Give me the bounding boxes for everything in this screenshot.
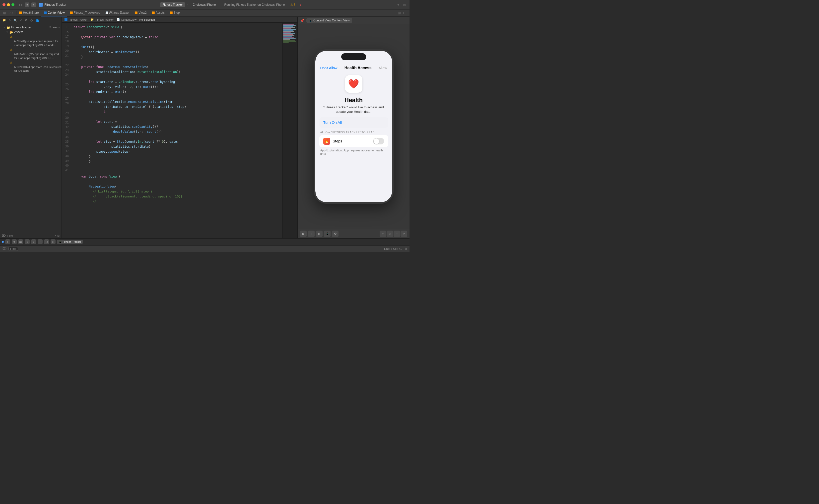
filter-clear-icon[interactable]: ✕ (54, 234, 56, 237)
tab-step[interactable]: 🟧 Step (167, 9, 182, 16)
filter-input-status[interactable]: Filter (8, 247, 18, 251)
error-count[interactable]: 1 (298, 2, 303, 7)
project-label: Fitness Tracker (39, 3, 67, 7)
play-button[interactable]: ▶ (31, 2, 36, 7)
secondary-tab-bar: ⊞ ‹ › 🟧 HealthStore 🟦 ContentView 🟧 Fitn… (0, 9, 409, 17)
settings-icon[interactable]: ⚙ (24, 18, 28, 23)
project-folder-icon: 📁 (6, 26, 10, 29)
tab-assets[interactable]: 🟧 Assets (149, 9, 167, 16)
bottom-restart-btn[interactable]: ↺ (12, 239, 17, 244)
sidebar-tree: ▼ 📁 Fitness Tracker 3 issues ▼ 📂 Assets … (0, 24, 62, 233)
sim-grid-btn[interactable]: ⊞ (316, 231, 323, 237)
maximize-button[interactable] (11, 3, 14, 6)
bottom-mem-btn[interactable]: ⬠ (51, 239, 56, 244)
tab-fitnesstracker[interactable]: 📄 Fitness Tracker (103, 9, 132, 16)
contentview-icon: 🟦 (44, 11, 47, 14)
status-bar: ⌦ Filter Line: 5 Col: 41 ⊟ (0, 245, 409, 252)
bottom-step-in-btn[interactable]: ↓ (31, 239, 36, 244)
bottom-debug-btn[interactable]: ⬡ (44, 239, 49, 244)
assets-folder-icon: 📂 (9, 31, 13, 34)
breadcrumb-icon: 🟦 (64, 18, 68, 21)
simulator-panel: 📌 📱 Content View Content View Don't Allo… (297, 17, 409, 238)
warning-item-2[interactable]: ⚠ (7, 48, 62, 52)
code-content[interactable]: struct ContentView: View { @State privat… (71, 23, 282, 238)
scheme-tab-iphone[interactable]: Chelsea's iPhone (190, 2, 218, 7)
bottom-step-out-btn[interactable]: ↑ (38, 239, 43, 244)
sim-content: Don't Allow Health Access Allow ❤️ Healt… (298, 24, 409, 229)
layout-icon[interactable]: ⊞ (403, 2, 407, 7)
warning-item-3[interactable]: ⚠ (7, 61, 62, 65)
zoom-reset-btn[interactable]: ↩ (401, 231, 407, 237)
bottom-tab-fitness[interactable]: 📱 Fitness Tracker (57, 240, 83, 244)
split-left-icon[interactable]: ⊣ (392, 11, 396, 15)
bottom-step-over-btn[interactable]: ⤵ (25, 239, 30, 244)
step-icon: 🟧 (170, 11, 173, 14)
filter-input[interactable] (7, 234, 53, 237)
zoom-out-btn[interactable]: − (394, 231, 400, 237)
zoom-controls: + ◎ − ↩ (380, 231, 407, 237)
minimize-button[interactable] (7, 3, 10, 6)
steps-toggle[interactable] (373, 138, 384, 144)
bottom-skip-btn[interactable]: ⏭ (18, 239, 23, 244)
fitnesstracker-icon: 📄 (105, 11, 108, 14)
sim-pause-btn[interactable]: ⏸ (308, 231, 315, 237)
warning-icon[interactable]: ⚠ (7, 18, 12, 23)
warn-icon-2: ⚠ (10, 48, 12, 51)
pin-icon[interactable]: 📌 (300, 18, 304, 22)
code-editor: 🟦 Fitness Tracker › 📁 Fitness Tracker › … (62, 17, 297, 238)
stop-button[interactable]: ■ (25, 2, 29, 7)
dont-allow-button[interactable]: Don't Allow (320, 66, 338, 70)
warnings-list: ⚠ A 76x76@2x app icon is required for iP… (3, 35, 62, 73)
split-right-icon[interactable]: ⊢ (403, 11, 407, 15)
nav-forward-icon[interactable]: › (12, 11, 14, 15)
sidebar-assets-item[interactable]: ▼ 📂 Assets (3, 30, 62, 35)
nav-back-icon[interactable]: ‹ (9, 11, 11, 15)
view2-icon: 🟧 (135, 11, 137, 14)
bottom-pause-btn[interactable]: ⏸ (5, 239, 10, 244)
filter-status-icon: ⌦ (2, 247, 6, 250)
health-icon-wrap: ❤️ (315, 75, 392, 93)
code-area[interactable]: 11 15 17 18 19 20 21 22 23 24 25 26 27 (62, 23, 297, 238)
zoom-fit-btn[interactable]: ◎ (387, 231, 393, 237)
sidebar-root-item[interactable]: ▼ 📁 Fitness Tracker 3 issues (0, 25, 62, 30)
sidebar-toggle-icon[interactable]: ⊟ (18, 2, 23, 7)
tab-fitnesstrackerapp[interactable]: 🟧 Fitness_TrackerApp (67, 9, 103, 16)
bottom-tabs: ⏸ ↺ ⏭ ⤵ ↓ ↑ ⬡ ⬠ 📱 Fitness Tracker (0, 238, 409, 245)
grid-icon[interactable]: ⊞ (2, 11, 7, 15)
layout-status-icon: ⊟ (405, 247, 407, 250)
tab-nav-arrows: ‹ › (8, 11, 15, 15)
sim-play-btn[interactable]: ▶ (300, 231, 307, 237)
warning-count[interactable]: ⚠ 3 (289, 2, 297, 7)
minimap (282, 23, 297, 238)
zoom-in-btn[interactable]: + (380, 231, 386, 237)
root-chevron-icon: ▼ (3, 26, 6, 29)
tab-healthstore[interactable]: 🟧 HealthStore (16, 9, 41, 16)
filter-options-icon[interactable]: ⊡ (57, 234, 60, 237)
tab-view2[interactable]: 🟧 View2 (132, 9, 149, 16)
add-icon[interactable]: ＋ (396, 2, 401, 7)
close-button[interactable] (2, 3, 5, 6)
warning-text-3: A 1024x1024 app store icon is required f… (7, 65, 62, 73)
scheme-tab-fitness[interactable]: Fitness Tracker (160, 2, 185, 7)
folder-icon[interactable]: 📁 (2, 18, 6, 23)
sim-label-pill: 📱 Content View Content View (306, 18, 352, 23)
filter-icon: ⌦ (2, 234, 6, 237)
sim-settings-btn[interactable]: ⚙ (332, 231, 339, 237)
people-icon[interactable]: 👥 (35, 18, 39, 23)
allow-button[interactable]: Allow (379, 66, 387, 70)
turn-on-all-button[interactable]: Turn On All (323, 120, 342, 125)
sim-device-icon: 📱 (309, 19, 312, 22)
search-icon[interactable]: 🔍 (13, 18, 17, 23)
split-icon[interactable]: ⊞ (397, 11, 402, 15)
tab-contentview[interactable]: 🟦 ContentView (41, 9, 67, 16)
sim-device-btn[interactable]: 📱 (324, 231, 331, 237)
location-icon[interactable]: ◎ (29, 18, 34, 23)
fitnesstrackerapp-icon: 🟧 (70, 11, 73, 14)
status-right: Line: 5 Col: 41 ⊟ (384, 247, 407, 250)
bottom-tab-icon: 📱 (59, 241, 62, 243)
git-icon[interactable]: ⎇ (18, 18, 23, 23)
line-numbers: 11 15 17 18 19 20 21 22 23 24 25 26 27 (62, 23, 71, 238)
traffic-lights (2, 3, 14, 6)
warning-badges: ⚠ 3 1 (289, 2, 303, 7)
warning-item-1[interactable]: ⚠ (7, 35, 62, 39)
